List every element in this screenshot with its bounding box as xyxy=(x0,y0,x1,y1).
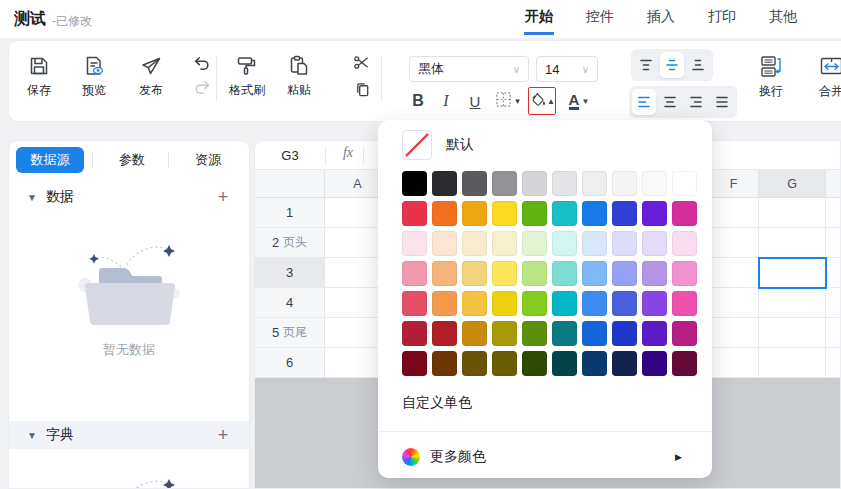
chevron-down-icon[interactable]: ▼ xyxy=(27,430,37,441)
cell-F2[interactable] xyxy=(709,228,759,258)
color-swatch-2-0[interactable] xyxy=(402,231,427,256)
align-middle-button[interactable] xyxy=(660,52,684,78)
color-swatch-6-5[interactable] xyxy=(552,351,577,376)
color-swatch-5-6[interactable] xyxy=(582,321,607,346)
tab-others[interactable]: 其他 xyxy=(768,1,798,35)
custom-color-label[interactable]: 自定义单色 xyxy=(402,394,472,412)
cell-G6[interactable] xyxy=(759,348,826,378)
color-swatch-3-2[interactable] xyxy=(462,261,487,286)
color-swatch-3-8[interactable] xyxy=(642,261,667,286)
color-swatch-2-5[interactable] xyxy=(552,231,577,256)
font-color-button[interactable]: A ▼ xyxy=(563,88,595,114)
cell-G4[interactable] xyxy=(759,288,826,318)
row-header-4[interactable]: 4 xyxy=(255,288,325,318)
color-swatch-4-0[interactable] xyxy=(402,291,427,316)
row-header-5[interactable]: 5页尾 xyxy=(255,318,325,348)
column-header-partial[interactable] xyxy=(826,170,841,198)
font-size-select[interactable]: 14 ∨ xyxy=(536,56,598,82)
color-swatch-2-7[interactable] xyxy=(612,231,637,256)
dictionary-section-header[interactable]: ▼ 字典 + xyxy=(9,421,249,449)
color-swatch-2-2[interactable] xyxy=(462,231,487,256)
color-swatch-3-7[interactable] xyxy=(612,261,637,286)
color-swatch-5-3[interactable] xyxy=(492,321,517,346)
more-colors-item[interactable]: 更多颜色 ▶ xyxy=(392,442,698,472)
color-swatch-4-7[interactable] xyxy=(612,291,637,316)
color-swatch-6-3[interactable] xyxy=(492,351,517,376)
color-swatch-5-1[interactable] xyxy=(432,321,457,346)
sidebar-tab-parameters[interactable]: 参数 xyxy=(102,147,162,173)
color-swatch-2-3[interactable] xyxy=(492,231,517,256)
align-right-button[interactable] xyxy=(684,89,708,115)
cell-F5[interactable] xyxy=(709,318,759,348)
cut-button[interactable] xyxy=(353,54,370,75)
tab-print[interactable]: 打印 xyxy=(707,1,737,35)
color-swatch-4-6[interactable] xyxy=(582,291,607,316)
color-swatch-3-6[interactable] xyxy=(582,261,607,286)
color-swatch-0-6[interactable] xyxy=(582,171,607,196)
underline-button[interactable]: U xyxy=(464,88,486,114)
save-button[interactable]: 保存 xyxy=(15,54,63,99)
color-swatch-4-1[interactable] xyxy=(432,291,457,316)
color-swatch-3-3[interactable] xyxy=(492,261,517,286)
color-swatch-0-3[interactable] xyxy=(492,171,517,196)
default-color-item[interactable]: 默认 xyxy=(398,127,692,163)
selected-cell-outline[interactable] xyxy=(758,257,827,289)
color-swatch-2-9[interactable] xyxy=(672,231,697,256)
borders-button[interactable]: ▼ xyxy=(493,88,523,114)
color-swatch-0-1[interactable] xyxy=(432,171,457,196)
color-swatch-6-6[interactable] xyxy=(582,351,607,376)
color-swatch-6-2[interactable] xyxy=(462,351,487,376)
color-swatch-2-4[interactable] xyxy=(522,231,547,256)
color-swatch-5-0[interactable] xyxy=(402,321,427,346)
color-swatch-3-4[interactable] xyxy=(522,261,547,286)
color-swatch-3-1[interactable] xyxy=(432,261,457,286)
tab-controls[interactable]: 控件 xyxy=(585,1,615,35)
color-swatch-0-2[interactable] xyxy=(462,171,487,196)
row-header-3[interactable]: 3 xyxy=(255,258,325,288)
chevron-down-icon[interactable]: ▼ xyxy=(27,192,37,203)
color-swatch-1-0[interactable] xyxy=(402,201,427,226)
color-swatch-4-4[interactable] xyxy=(522,291,547,316)
color-swatch-5-4[interactable] xyxy=(522,321,547,346)
color-swatch-6-8[interactable] xyxy=(642,351,667,376)
cell-name-box[interactable]: G3 xyxy=(255,141,325,169)
align-center-button[interactable] xyxy=(658,89,682,115)
sidebar-tab-resources[interactable]: 资源 xyxy=(178,147,238,173)
color-swatch-0-0[interactable] xyxy=(402,171,427,196)
redo-button[interactable] xyxy=(193,79,211,101)
color-swatch-1-3[interactable] xyxy=(492,201,517,226)
wrap-text-button[interactable]: 换行 xyxy=(747,54,795,100)
color-swatch-1-7[interactable] xyxy=(612,201,637,226)
color-swatch-5-5[interactable] xyxy=(552,321,577,346)
cell-partial6[interactable] xyxy=(826,348,841,378)
font-family-select[interactable]: 黑体 ∨ xyxy=(409,56,529,82)
column-header-F[interactable]: F xyxy=(709,170,759,198)
color-swatch-6-4[interactable] xyxy=(522,351,547,376)
color-swatch-6-7[interactable] xyxy=(612,351,637,376)
color-swatch-5-7[interactable] xyxy=(612,321,637,346)
tab-insert[interactable]: 插入 xyxy=(646,1,676,35)
publish-button[interactable]: 发布 xyxy=(127,54,175,99)
color-swatch-0-9[interactable] xyxy=(672,171,697,196)
select-all-corner[interactable] xyxy=(255,170,325,198)
copy-button[interactable] xyxy=(354,81,371,102)
cell-partial5[interactable] xyxy=(826,318,841,348)
cell-F1[interactable] xyxy=(709,198,759,228)
color-swatch-0-5[interactable] xyxy=(552,171,577,196)
tab-start[interactable]: 开始 xyxy=(524,1,554,35)
color-swatch-3-0[interactable] xyxy=(402,261,427,286)
cell-partial1[interactable] xyxy=(826,198,841,228)
data-section-header[interactable]: ▼ 数据 + xyxy=(9,183,249,211)
color-swatch-4-3[interactable] xyxy=(492,291,517,316)
column-header-G[interactable]: G xyxy=(759,170,826,198)
color-swatch-1-6[interactable] xyxy=(582,201,607,226)
fill-color-button[interactable]: ▲ xyxy=(528,87,556,115)
cell-G2[interactable] xyxy=(759,228,826,258)
cell-partial3[interactable] xyxy=(826,258,841,288)
row-header-2[interactable]: 2页头 xyxy=(255,228,325,258)
add-data-button[interactable]: + xyxy=(212,186,234,208)
color-swatch-4-5[interactable] xyxy=(552,291,577,316)
align-justify-button[interactable] xyxy=(710,89,734,115)
color-swatch-0-4[interactable] xyxy=(522,171,547,196)
color-swatch-1-1[interactable] xyxy=(432,201,457,226)
